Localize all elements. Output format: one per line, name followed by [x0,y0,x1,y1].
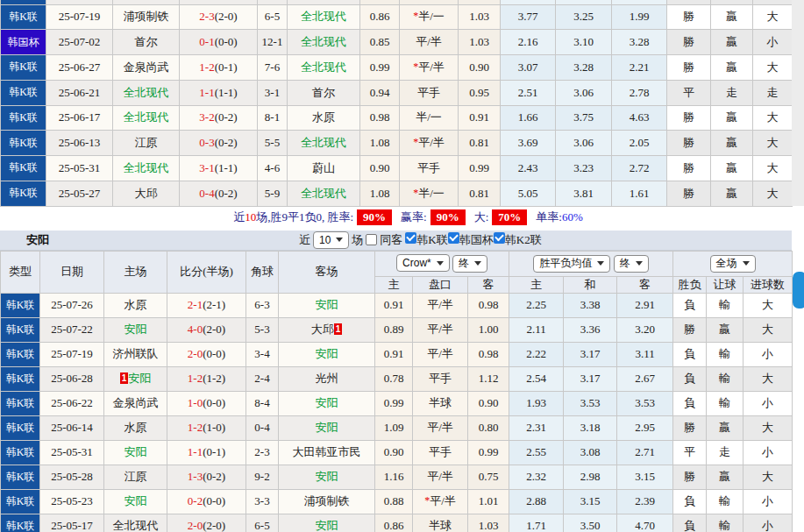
corner-cell: 6-5 [246,514,279,532]
euro-draw-odds-cell: 3.38 [564,293,617,317]
score-cell: 2-1(2-1) [167,293,246,317]
team-name: 安阳 [316,396,338,409]
match-row: 韩国杯25-07-02首尔0-1(0-0)12-1全北现代0.85平/半1.03… [1,30,793,55]
home-team-cell: 全北现代 [104,514,167,532]
match-row: 韩K联25-05-31安阳1-1(0-1)2-3大田韩亚市民0.90平手0.99… [1,440,793,465]
asia-home-odds-cell: 0.89 [375,317,413,342]
euro-draw-odds-cell: 3.18 [564,415,617,440]
chevron-down-icon [336,238,343,242]
asia-home-odds-cell: 1.08 [360,131,400,156]
asia-home-odds-cell: 0.91 [375,293,413,317]
result-wdl-cell: 平 [667,80,711,105]
asia-away-odds-cell: 1.03 [468,514,509,532]
asia-stage-select[interactable]: 终 [452,255,487,273]
full-time-score: 0-4 [199,187,214,200]
handicap-text: 平/半 [418,60,445,74]
match-row: 韩K联25-06-22金泉尚武1-0(0-0)8-4安阳0.99半球0.901.… [1,391,793,415]
half-time-score: (1-1) [215,161,238,174]
team-name: 全北现代 [124,86,169,99]
asia-away-odds-cell: 0.81 [459,131,501,156]
result-handicap-cell: 輸 [707,489,744,514]
result-goals-cell: 走 [753,80,793,105]
asia-away-odds-cell: 0.90 [459,55,501,81]
result-wdl-cell: 負 [673,366,707,391]
league-checkbox[interactable] [405,232,416,244]
euro-company-select[interactable]: 胜平负均值 [533,255,610,273]
chevron-down-icon [636,261,643,266]
result-wdl-cell: 負 [673,342,707,366]
jeonbuk-history-table: 韩K联25-07-19浦项制铁2-3(2-0)6-5全北现代0.86*半/一1.… [0,0,793,207]
asia-company-select[interactable]: Crow* [396,254,450,272]
recent-count-select[interactable]: 10 [313,231,349,249]
euro-home-odds-cell: 1.93 [509,391,564,415]
result-handicap-cell: 走 [707,440,744,465]
half-time-score: (0-2) [215,110,238,124]
same-opponent-checkbox[interactable] [366,234,377,245]
match-row: 韩K联25-07-19济州联队2-0(0-0)3-4安阳0.91平/半0.982… [1,342,793,366]
full-time-score: 0-3 [199,136,214,149]
asia-away-odds-cell: 1.00 [468,317,509,342]
result-handicap-cell: 贏 [711,4,753,30]
away-team-cell: 安阳 [279,293,375,317]
league-checkbox[interactable] [448,232,459,244]
half-time-score: (1-0) [203,421,225,434]
result-wdl-cell: 負 [673,514,707,532]
euro-stage-select[interactable]: 终 [614,255,649,273]
handicap-text: 平/半 [427,347,453,360]
team-name: 全北现代 [301,60,346,74]
league-cell: 韩K联 [1,317,40,342]
result-handicap-cell: 贏 [707,415,744,440]
team-name: 安阳 [125,323,147,336]
asia-home-odds-cell: 1.08 [360,181,400,206]
full-time-score: 1-2 [188,421,203,434]
league-cell: 韩K联 [1,514,40,532]
result-wdl-cell: 勝 [673,415,707,440]
euro-away-odds-cell: 3.20 [617,317,673,342]
header-asia-home: 主 [375,276,413,293]
league-cell: 韩K联 [1,465,40,489]
date-cell: 25-06-27 [46,55,113,81]
match-row: 韩K联25-06-21全北现代1-1(1-1)3-1首尔0.94平手0.952.… [1,80,793,105]
result-wdl-cell: 勝 [667,4,711,30]
home-team-cell: 水原 [104,415,167,440]
result-handicap-cell: 輸 [707,342,744,366]
euro-home-odds-cell: 1.66 [501,105,556,131]
home-team-cell: 1安阳 [104,366,167,391]
chevron-down-icon [597,261,604,266]
euro-draw-odds-cell: 2.98 [564,465,617,489]
euro-home-odds-cell: 2.16 [501,30,556,55]
half-time-score: (2-1) [203,298,225,311]
asia-stage-value: 终 [459,256,469,271]
scope-select[interactable]: 全场 [710,255,756,273]
euro-away-odds-cell: 1.99 [612,4,667,30]
header-away: 客场 [279,251,375,293]
league-cell: 韩K联 [1,440,40,465]
asia-away-odds-cell: 0.95 [459,80,501,105]
handicap-text: 平/半 [416,35,442,48]
handicap-cell: 平手 [400,80,459,105]
asia-away-odds-cell: 1.03 [459,30,501,55]
score-cell: 3-2(0-2) [180,105,258,131]
date-cell: 25-06-13 [46,131,113,156]
date-cell: 25-07-19 [40,342,104,366]
corner-cell: 5-3 [246,317,279,342]
half-time-score: (2-0) [215,10,238,23]
euro-away-odds-cell: 3.53 [617,391,673,415]
full-time-score: 1-2 [188,372,203,385]
result-handicap-cell: 贏 [711,105,753,131]
euro-away-odds-cell: 2.05 [612,131,667,156]
league-checkbox-label: 韩K联 [416,233,447,246]
league-checkbox[interactable] [494,232,505,244]
home-team-cell: 全北现代 [113,80,180,105]
half-time-score: (0-2) [215,187,238,200]
home-team-cell: 江原 [113,131,180,156]
full-time-score: 3-1 [199,161,214,174]
summary-near-count: 10 [245,210,256,224]
half-time-score: (0-2) [215,136,238,149]
away-team-cell: 安阳 [279,391,375,415]
euro-away-odds-cell: 2.71 [617,440,673,465]
scrollbar-thumb[interactable] [793,272,804,309]
league-checkbox-label: 韩K2联 [505,233,542,246]
result-handicap-cell: 贏 [711,55,753,81]
away-team-cell: 大邱1 [279,317,375,342]
